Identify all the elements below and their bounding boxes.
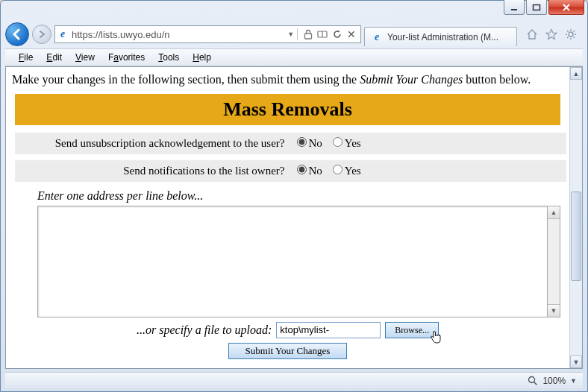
tab-favicon-icon: e — [371, 31, 383, 43]
address-bar-icons: ✕ — [301, 28, 359, 40]
option-row-ack: Send unsubscription acknowledgement to t… — [15, 133, 566, 157]
back-button[interactable] — [5, 22, 29, 46]
upload-filename-field[interactable]: ktop\mylist-subscribers.txt — [276, 322, 381, 338]
upload-label: ...or specify a file to upload: — [137, 323, 272, 337]
browser-tab[interactable]: e Your-list Administration (M... — [364, 27, 517, 46]
upload-row: ...or specify a file to upload: ktop\myl… — [12, 322, 563, 338]
svg-rect-0 — [511, 9, 517, 10]
address-bar[interactable]: e https://lists.uwyo.edu/n ▼ ✕ — [54, 25, 361, 43]
menu-help[interactable]: Help — [187, 51, 217, 64]
menu-bar: File Edit View Favorites Tools Help — [5, 48, 583, 66]
options-table: Send unsubscription acknowledgement to t… — [15, 133, 566, 182]
radio-notify-no-input[interactable] — [297, 165, 307, 174]
intro-emphasis: Submit Your Changes — [360, 73, 463, 86]
page-content: Make your changes in the following secti… — [6, 67, 569, 368]
toolbar-icons — [520, 28, 583, 40]
page-scroll-up-icon[interactable]: ▲ — [570, 67, 582, 80]
zoom-level: 100% — [542, 376, 566, 386]
section-heading: Mass Removals — [15, 94, 560, 125]
svg-point-5 — [529, 376, 535, 382]
separator — [297, 28, 298, 40]
submit-button[interactable]: Submit Your Changes — [228, 343, 348, 359]
page-scroll-track[interactable] — [570, 80, 582, 355]
status-bar: 100% ▼ — [5, 372, 583, 388]
intro-text: Make your changes in the following secti… — [12, 73, 563, 86]
intro-suffix: button below. — [463, 73, 531, 86]
menu-favorites[interactable]: Favorites — [102, 51, 151, 64]
browser-window: e https://lists.uwyo.edu/n ▼ ✕ e Your-li… — [0, 0, 588, 392]
option-ack-value-cell: No Yes — [291, 133, 567, 157]
radio-notify-no[interactable]: No — [297, 165, 322, 177]
radio-ack-yes[interactable]: Yes — [333, 137, 361, 150]
cursor-hand-icon — [429, 330, 442, 345]
close-button[interactable] — [548, 0, 584, 15]
url-text: https://lists.uwyo.edu/n — [72, 29, 284, 40]
navigation-bar: e https://lists.uwyo.edu/n ▼ ✕ e Your-li… — [5, 22, 583, 47]
menu-file[interactable]: File — [13, 51, 39, 64]
svg-point-4 — [569, 32, 573, 37]
option-notify-label: Send notifications to the list owner? — [15, 157, 291, 182]
window-titlebar — [1, 1, 587, 22]
page-scroll-thumb[interactable] — [571, 192, 581, 281]
ie-logo-icon: e — [57, 28, 69, 40]
address-textarea-wrap: ▲ ▼ — [37, 206, 560, 317]
svg-rect-2 — [305, 34, 312, 39]
radio-ack-no-input[interactable] — [297, 137, 307, 147]
option-ack-label: Send unsubscription acknowledgement to t… — [15, 133, 291, 157]
minimize-button[interactable] — [504, 0, 525, 15]
page-scrollbar[interactable]: ▲ ▼ — [569, 67, 582, 368]
radio-notify-yes[interactable]: Yes — [333, 165, 361, 177]
tools-gear-icon[interactable] — [565, 28, 577, 40]
stop-icon[interactable]: ✕ — [347, 28, 356, 40]
zoom-dropdown-icon[interactable]: ▼ — [570, 377, 577, 385]
content-viewport: Make your changes in the following secti… — [5, 66, 583, 369]
dropdown-icon[interactable]: ▼ — [287, 31, 294, 38]
option-notify-value-cell: No Yes — [291, 157, 567, 182]
menu-edit[interactable]: Edit — [40, 51, 68, 64]
textarea-scroll-down-icon[interactable]: ▼ — [548, 304, 560, 317]
menu-view[interactable]: View — [69, 51, 101, 64]
radio-notify-yes-input[interactable] — [333, 165, 343, 174]
textarea-scroll-up-icon[interactable]: ▲ — [548, 206, 560, 219]
submit-row: Submit Your Changes — [12, 343, 563, 359]
favorites-star-icon[interactable] — [545, 28, 557, 40]
tab-title: Your-list Administration (M... — [387, 32, 498, 42]
forward-button[interactable] — [32, 25, 51, 44]
address-textarea[interactable] — [37, 206, 548, 317]
maximize-button[interactable] — [526, 0, 547, 15]
radio-ack-no[interactable]: No — [297, 137, 322, 150]
intro-prefix: Make your changes in the following secti… — [12, 73, 360, 86]
window-controls — [504, 0, 584, 15]
address-entry-label: Enter one address per line below... — [37, 189, 560, 203]
page-scroll-down-icon[interactable]: ▼ — [570, 355, 582, 368]
zoom-icon[interactable] — [528, 376, 538, 386]
browse-button[interactable]: Browse... — [385, 322, 439, 338]
textarea-scrollbar[interactable]: ▲ ▼ — [548, 206, 560, 317]
radio-ack-yes-input[interactable] — [333, 137, 343, 147]
svg-rect-1 — [534, 4, 540, 10]
compat-view-icon[interactable] — [317, 30, 328, 39]
browse-button-label: Browse... — [395, 325, 429, 335]
option-row-notify: Send notifications to the list owner? No… — [15, 157, 566, 182]
refresh-icon[interactable] — [332, 29, 343, 39]
home-icon[interactable] — [526, 28, 538, 40]
menu-tools[interactable]: Tools — [152, 51, 185, 64]
lock-icon — [304, 29, 313, 39]
textarea-scroll-track[interactable] — [548, 219, 560, 304]
